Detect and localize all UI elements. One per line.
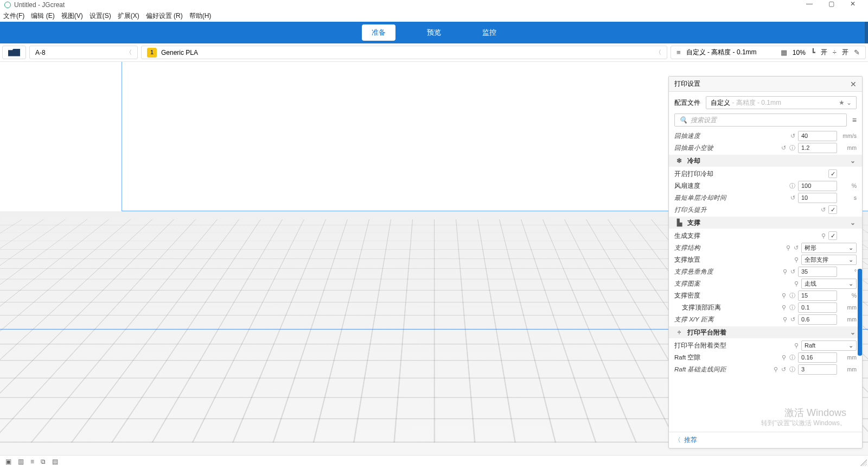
settings-search-input[interactable]: 🔍 搜索设置 [674, 113, 847, 127]
retract-min-travel-input[interactable]: 1.2 [798, 143, 837, 153]
link-icon[interactable]: ⚲ [821, 232, 826, 239]
adhesion-type-select[interactable]: Raft⌄ [801, 340, 857, 351]
close-button[interactable]: ✕ [842, 0, 864, 10]
status-icon-cube[interactable]: ▣ [5, 458, 11, 465]
support-density-input[interactable]: 15 [798, 291, 837, 301]
setting-support-density: 支撑密度 ⚲ ⓘ 15 % [674, 289, 857, 301]
chevron-down-icon: ⌄ [850, 329, 856, 336]
raft-base-input[interactable]: 3 [798, 364, 837, 375]
menu-view[interactable]: 视图(V) [61, 11, 83, 21]
support-structure-select[interactable]: 树形⌄ [801, 243, 857, 253]
raft-gap-input[interactable]: 0.16 [798, 352, 837, 363]
menu-edit[interactable]: 编辑 (E) [31, 11, 54, 21]
menu-help[interactable]: 帮助(H) [189, 11, 212, 21]
generate-support-checkbox[interactable]: ✓ [828, 231, 837, 240]
retract-speed-input[interactable]: 40 [798, 131, 837, 141]
reset-icon[interactable]: ↺ [790, 132, 795, 140]
snowflake-icon: ❄ [675, 157, 683, 165]
settings-menu-button[interactable]: ≡ [852, 116, 857, 124]
minimize-button[interactable]: — [799, 0, 820, 10]
setting-head-lift: 打印头提升 ↺ ✓ [674, 204, 857, 216]
resize-handle[interactable] [860, 459, 867, 466]
profile-summary[interactable]: ≡ 自定义 - 高精度 - 0.1mm ▦ 10% ┗ 开 ÷ 开 ✎ [671, 46, 866, 59]
lines-icon: ≡ [676, 48, 681, 56]
category-support[interactable]: ▙ 支撑 ⌄ [669, 217, 862, 229]
category-cooling[interactable]: ❄ 冷却 ⌄ [669, 155, 862, 167]
head-lift-checkbox[interactable]: ✓ [828, 205, 837, 214]
profile-value: 自定义 [711, 99, 730, 106]
info-icon[interactable]: ⓘ [789, 292, 795, 300]
link-icon[interactable]: ⚲ [782, 354, 786, 361]
menu-settings[interactable]: 设置(S) [90, 11, 111, 21]
edit-icon[interactable]: ✎ [854, 48, 860, 56]
open-file-button[interactable] [2, 46, 26, 59]
setting-support-pattern: 支撑图案 ⚲ 走线⌄ [674, 277, 857, 289]
reset-icon[interactable]: ↺ [790, 316, 795, 323]
material-dropdown[interactable]: 1 Generic PLA 〈 [141, 46, 667, 59]
status-bar: ▣ ▥ ≡ ⧉ ▤ [0, 455, 868, 467]
info-icon[interactable]: ⓘ [789, 365, 795, 374]
min-layer-time-input[interactable]: 10 [798, 193, 837, 203]
link-icon[interactable]: ⚲ [794, 342, 799, 349]
link-icon[interactable]: ⚲ [782, 304, 786, 311]
support-xy-input[interactable]: 0.6 [798, 314, 837, 325]
menu-preferences[interactable]: 偏好设置 (R) [146, 11, 183, 21]
maximize-button[interactable]: ▢ [820, 0, 842, 10]
support-placement-select[interactable]: 全部支撑⌄ [801, 255, 857, 265]
status-icon-copy[interactable]: ⧉ [41, 458, 46, 465]
printer-label: A-8 [35, 49, 46, 56]
info-icon[interactable]: ⓘ [789, 354, 795, 362]
reset-icon[interactable]: ↺ [790, 194, 795, 201]
profile-summary-label: 自定义 - 高精度 - 0.1mm [686, 48, 757, 57]
config-toolbar: A-8 〈 1 Generic PLA 〈 ≡ 自定义 - 高精度 - 0.1m… [0, 43, 868, 62]
info-icon[interactable]: ⓘ [789, 304, 795, 312]
fan-speed-input[interactable]: 100 [798, 181, 837, 191]
link-icon[interactable]: ⚲ [794, 280, 799, 287]
reset-icon[interactable]: ↺ [781, 366, 786, 373]
stage-accent [865, 22, 868, 43]
reset-icon[interactable]: ↺ [821, 206, 826, 213]
panel-close-button[interactable]: ✕ [850, 80, 857, 89]
support-angle-input[interactable]: 35 [798, 267, 837, 277]
link-icon[interactable]: ⚲ [794, 256, 799, 263]
adhesion-cat-icon: ÷ [675, 329, 683, 336]
profile-select[interactable]: 自定义 - 高精度 - 0.1mm ★ ⌄ [706, 96, 857, 109]
title-bar: Untitled - JGcreat — ▢ ✕ [0, 0, 868, 10]
setting-support-top-distance: 支撑顶部距离 ⚲ ⓘ 0.1 mm [674, 301, 857, 313]
chevron-down-icon: ⌄ [850, 157, 856, 165]
setting-support-structure: 支撑结构 ⚲ ↺ 树形⌄ [674, 242, 857, 254]
info-icon[interactable]: ⓘ [789, 182, 795, 190]
stage-monitor[interactable]: 监控 [473, 24, 506, 41]
link-icon[interactable]: ⚲ [782, 292, 786, 299]
link-icon[interactable]: ⚲ [786, 244, 790, 251]
link-icon[interactable]: ⚲ [774, 366, 778, 373]
status-icon-paste[interactable]: ▤ [52, 458, 58, 465]
stage-preview[interactable]: 预览 [417, 24, 451, 41]
support-pattern-select[interactable]: 走线⌄ [801, 279, 857, 289]
reset-icon[interactable]: ↺ [781, 144, 786, 152]
menu-extensions[interactable]: 扩展(X) [118, 11, 139, 21]
support-top-dist-input[interactable]: 0.1 [798, 302, 837, 313]
chevron-left-icon: 〈 [655, 48, 661, 56]
adhesion-icon: ÷ [833, 48, 837, 56]
stage-prepare[interactable]: 准备 [362, 24, 395, 41]
link-icon[interactable]: ⚲ [783, 316, 787, 323]
enable-cooling-checkbox[interactable]: ✓ [828, 169, 837, 178]
setting-adhesion-type: 打印平台附着类型 ⚲ Raft⌄ [674, 339, 857, 351]
setting-enable-cooling: 开启打印冷却 ✓ [674, 168, 857, 180]
printer-dropdown[interactable]: A-8 〈 [29, 46, 138, 59]
panel-scrollbar[interactable] [858, 269, 862, 356]
status-icon-layers[interactable]: ≡ [30, 458, 34, 465]
category-adhesion[interactable]: ÷ 打印平台附着 ⌄ [669, 326, 862, 338]
recommend-link[interactable]: 推荐 [684, 436, 697, 445]
setting-raft-base-spacing: Raft 基础走线间距 ⚲ ↺ ⓘ 3 mm [674, 363, 857, 375]
profile-value-dim: - 高精度 - 0.1mm [730, 99, 781, 106]
status-icon-box[interactable]: ▥ [18, 458, 24, 465]
menu-file[interactable]: 文件(F) [3, 11, 24, 21]
reset-icon[interactable]: ↺ [790, 268, 795, 275]
info-icon[interactable]: ⓘ [789, 144, 795, 152]
link-icon[interactable]: ⚲ [783, 268, 787, 275]
setting-fan-speed: 风扇速度 ⓘ 100 % [674, 180, 857, 192]
panel-footer: 〈 推荐 [669, 432, 862, 448]
reset-icon[interactable]: ↺ [794, 244, 799, 251]
